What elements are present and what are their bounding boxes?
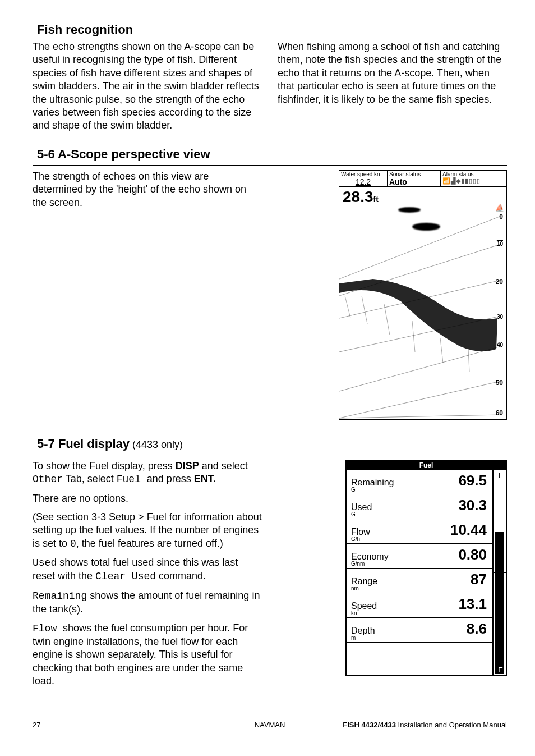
fuel-p2: There are no options. [33, 492, 262, 505]
fuel-gauge-empty: E [498, 666, 503, 674]
fuel-gauge: F E [492, 470, 506, 675]
fuel-row-empty [347, 643, 492, 675]
divider [33, 455, 507, 455]
ascope-sonar-status: Sonar status Auto [388, 171, 441, 186]
ascope-depth: 28.3ft [339, 187, 382, 206]
svg-line-7 [345, 296, 350, 318]
svg-line-10 [412, 321, 415, 352]
svg-line-0 [339, 216, 501, 279]
fuel-p6: Flow shows the fuel consumption per hour… [33, 622, 262, 688]
fuel-row-economy: EconomyG/nm0.80 [347, 544, 492, 569]
gauge-tick [494, 572, 506, 573]
fuel-row-remaining: RemainingG69.5 [347, 470, 492, 494]
ascope-text: The strength of echoes on this view are … [33, 170, 262, 209]
fish-recognition-body: The echo strengths shown on the A-scope … [33, 40, 507, 138]
ascope-perspective-svg [339, 206, 508, 419]
fuel-p3: (See section 3-3 Setup > Fuel for inform… [33, 511, 262, 551]
section-title-fuel: 5-7 Fuel display (4433 only) [33, 437, 507, 451]
terrain-shape [339, 279, 497, 351]
fuel-p1: To show the Fuel display, press DISP and… [33, 460, 262, 487]
fuel-row-flow: FlowG/h10.44 [347, 519, 492, 544]
fuel-p5: Remaining shows the amount of fuel remai… [33, 589, 262, 616]
fuel-row-range: Rangenm87 [347, 569, 492, 593]
svg-line-4 [339, 346, 501, 391]
fuel-row-used: UsedG30.3 [347, 494, 492, 519]
page-footer: 27 NAVMAN FISH 4432/4433 Installation an… [33, 721, 507, 729]
fuel-panel-title: Fuel [347, 461, 506, 470]
section-title-ascope: 5-6 A-Scope perspective view [33, 147, 507, 162]
svg-line-12 [468, 349, 469, 372]
fuel-row-depth: Depthm8.6 [347, 618, 492, 643]
fuel-screenshot: Fuel RemainingG69.5 UsedG30.3 FlowG/h10.… [345, 460, 507, 676]
divider [33, 165, 507, 166]
fish-rec-col-b: When fishing among a school of fish and … [278, 40, 507, 106]
fuel-gauge-fill [495, 532, 504, 674]
svg-line-11 [440, 338, 443, 363]
gauge-tick [494, 624, 506, 624]
gauge-tick [494, 521, 506, 521]
ascope-alarm-status: Alarm status 📶▟◆▮▮▯▯▯ [441, 171, 506, 186]
fuel-section-body: To show the Fuel display, press DISP and… [33, 460, 507, 694]
fuel-p4: Used shows total fuel used since this wa… [33, 556, 262, 584]
svg-line-9 [384, 304, 390, 335]
fuel-row-speed: Speedkn13.1 [347, 593, 492, 618]
footer-doc-title: FISH 4432/4433 Installation and Operatio… [343, 721, 507, 729]
ascope-water-speed: Water speed kn 12.2 [339, 171, 388, 186]
fish-rec-col-a: The echo strengths shown on the A-scope … [33, 40, 262, 132]
svg-line-8 [362, 296, 367, 324]
ascope-body: The strength of echoes on this view are … [33, 170, 507, 420]
svg-line-6 [339, 415, 501, 418]
footer-brand: NAVMAN [255, 721, 285, 729]
section-title-fish-recognition: Fish recognition [33, 22, 507, 37]
ascope-canvas: ⛵ 0 10 20 30 40 50 60 [339, 206, 506, 419]
page-number: 27 [33, 721, 40, 729]
fuel-rows: RemainingG69.5 UsedG30.3 FlowG/h10.44 Ec… [347, 470, 492, 675]
alarm-icons: 📶▟◆▮▮▯▯▯ [442, 177, 505, 185]
svg-line-5 [339, 381, 501, 418]
fuel-gauge-full: F [499, 471, 503, 479]
ascope-screenshot: Water speed kn 12.2 Sonar status Auto Al… [339, 170, 507, 420]
